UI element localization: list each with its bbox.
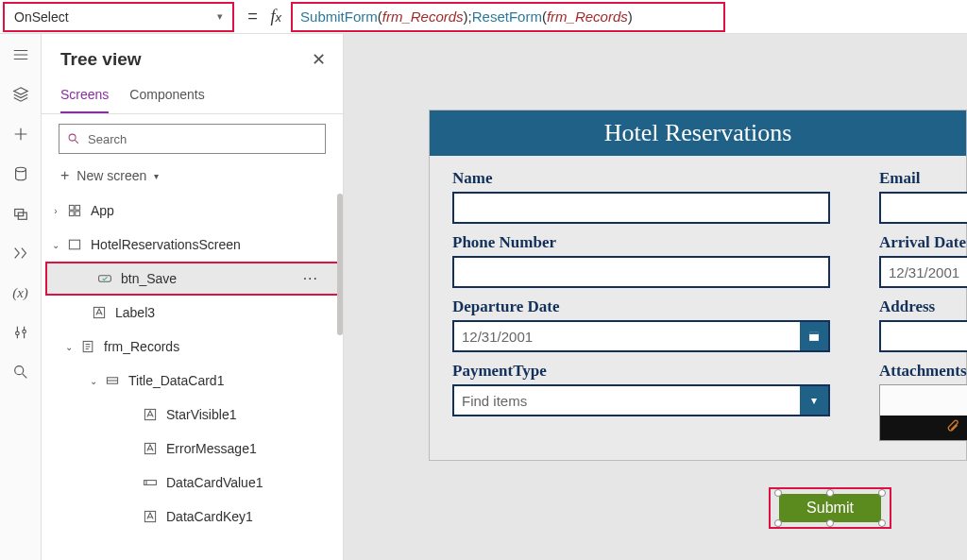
field-departure: Departure Date 12/31/2001 <box>452 297 830 352</box>
label-name: Name <box>452 169 830 188</box>
variable-icon[interactable]: (x) <box>11 283 30 302</box>
formula-fn2: ResetForm <box>472 8 542 25</box>
property-selector[interactable]: OnSelect ▾ <box>3 2 234 32</box>
media-icon[interactable] <box>11 204 30 223</box>
input-address[interactable] <box>879 320 967 352</box>
label-departure: Departure Date <box>452 297 830 316</box>
app-title: Hotel Reservations <box>430 110 966 156</box>
tab-screens[interactable]: Screens <box>60 81 109 113</box>
input-phone[interactable] <box>452 256 830 288</box>
tools-icon[interactable] <box>11 323 30 342</box>
label-icon <box>142 406 159 423</box>
formula-bar[interactable]: SubmitForm(frm_Records);ResetForm(frm_Re… <box>291 2 725 32</box>
tree-node-frm-records[interactable]: ⌄ frm_Records <box>42 330 343 364</box>
tree-node-starvisible[interactable]: StarVisible1 <box>42 398 343 432</box>
search-icon <box>67 132 80 145</box>
tree-node-label: StarVisible1 <box>166 407 236 422</box>
tree-node-title-datacard[interactable]: ⌄ Title_DataCard1 <box>42 364 343 398</box>
app-icon <box>66 202 83 219</box>
tree-node-label: HotelReservationsScreen <box>91 237 241 252</box>
label-email: Email <box>879 169 967 188</box>
svg-rect-10 <box>99 276 111 281</box>
submit-selection-frame: Submit <box>769 487 891 529</box>
tree-node-errormsg[interactable]: ErrorMessage1 <box>42 432 343 466</box>
svg-rect-6 <box>76 205 80 210</box>
submit-button[interactable]: Submit <box>779 494 881 522</box>
canvas[interactable]: Hotel Reservations Name Email Phone Numb… <box>344 34 967 560</box>
input-arrival[interactable]: 12/31/2001 <box>879 256 967 288</box>
new-screen-label: New screen <box>76 168 146 183</box>
input-paytype-value: Find items <box>462 393 527 409</box>
chevron-down-icon[interactable]: ▾ <box>800 386 828 415</box>
collapse-icon[interactable]: ⌄ <box>49 240 62 250</box>
input-departure[interactable]: 12/31/2001 <box>452 320 830 352</box>
input-departure-value: 12/31/2001 <box>462 329 533 345</box>
label-phone: Phone Number <box>452 233 830 252</box>
tree-node-label3[interactable]: Label3 <box>42 296 343 330</box>
calendar-icon[interactable] <box>800 322 828 350</box>
svg-point-0 <box>15 167 25 172</box>
plus-icon[interactable] <box>11 125 30 144</box>
tree-node-label: App <box>91 203 114 218</box>
hamburger-icon[interactable] <box>11 45 30 64</box>
search-placeholder: Search <box>88 132 127 146</box>
fx-icon[interactable]: fx <box>271 7 292 26</box>
search-input[interactable]: Search <box>59 124 326 154</box>
form-icon <box>79 338 96 355</box>
resize-handle[interactable] <box>878 519 886 527</box>
tree-node-app[interactable]: › App <box>42 194 343 228</box>
label-attachments: Attachments <box>879 362 967 381</box>
datacard-icon <box>104 372 121 389</box>
resize-handle[interactable] <box>826 489 834 497</box>
resize-handle[interactable] <box>826 519 834 527</box>
tree-node-label: DataCardKey1 <box>166 509 253 524</box>
plus-small-icon: + <box>60 167 69 184</box>
tree-node-label: ErrorMessage1 <box>166 441 257 456</box>
equals-label: = <box>234 7 271 26</box>
tab-components[interactable]: Components <box>129 81 204 113</box>
label-icon <box>91 304 108 321</box>
database-icon[interactable] <box>11 164 30 183</box>
formula-arg2: frm_Records <box>547 8 628 25</box>
scrollbar-thumb[interactable] <box>337 194 343 335</box>
resize-handle[interactable] <box>878 489 886 497</box>
tree-node-btn-save[interactable]: btn_Save ··· <box>47 263 337 294</box>
textinput-icon <box>142 474 159 491</box>
expand-icon[interactable]: › <box>49 206 62 216</box>
property-selector-value: OnSelect <box>14 9 69 25</box>
tree-node-screen[interactable]: ⌄ HotelReservationsScreen <box>42 228 343 262</box>
field-attachments: Attachments <box>879 362 967 441</box>
resize-handle[interactable] <box>774 489 782 497</box>
label-arrival: Arrival Date <box>879 233 967 252</box>
left-rail: (x) <box>0 34 42 560</box>
collapse-icon[interactable]: ⌄ <box>87 376 100 386</box>
resize-handle[interactable] <box>774 519 782 527</box>
formula-fn1: SubmitForm <box>300 8 378 25</box>
attachments-toolbar <box>880 416 967 440</box>
layers-icon[interactable] <box>11 85 30 104</box>
tree-node-datacardvalue[interactable]: DataCardValue1 <box>42 466 343 500</box>
field-name: Name <box>452 169 830 224</box>
close-icon[interactable]: ✕ <box>312 49 326 70</box>
input-paytype[interactable]: Find items ▾ <box>452 384 830 416</box>
search-rail-icon[interactable] <box>11 363 30 382</box>
tree-node-datacardkey[interactable]: DataCardKey1 <box>42 500 343 534</box>
input-name[interactable] <box>452 192 830 224</box>
chevron-down-icon: ▾ <box>217 10 223 23</box>
field-arrival: Arrival Date 12/31/2001 <box>879 233 967 288</box>
field-address: Address <box>879 297 967 352</box>
tree-title: Tree view <box>60 49 142 70</box>
collapse-icon[interactable]: ⌄ <box>62 342 76 352</box>
svg-rect-8 <box>76 212 80 216</box>
input-email[interactable] <box>879 192 967 224</box>
svg-point-4 <box>69 134 76 141</box>
attachments-box[interactable] <box>879 384 967 441</box>
tree-node-label: frm_Records <box>104 339 179 354</box>
flow-icon[interactable] <box>11 244 30 263</box>
new-screen-button[interactable]: + New screen ▾ <box>42 161 343 194</box>
attach-icon[interactable] <box>945 419 962 436</box>
label-icon <box>142 440 159 457</box>
more-icon[interactable]: ··· <box>303 270 318 287</box>
svg-rect-7 <box>69 212 74 216</box>
tree-node-label: btn_Save <box>121 271 177 286</box>
